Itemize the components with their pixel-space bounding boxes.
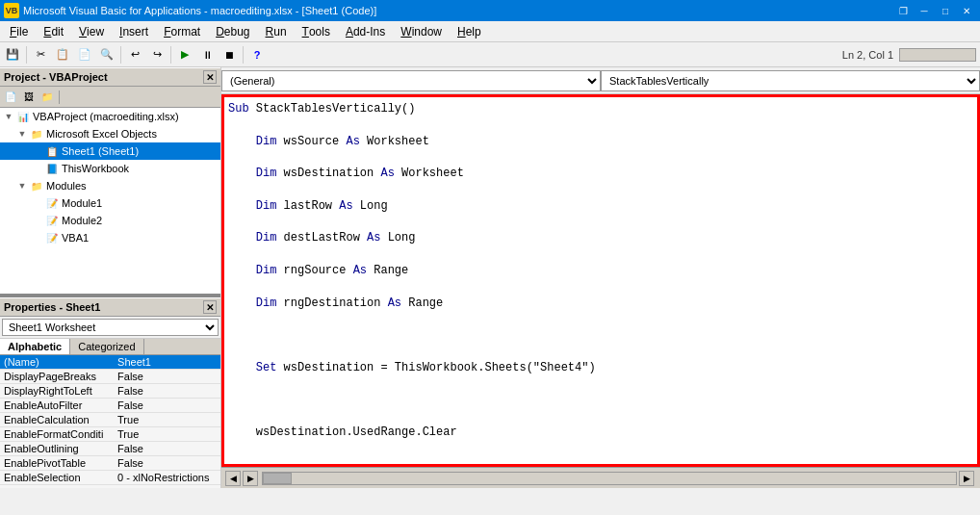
tree-item-modules[interactable]: ▼ 📁 Modules [0, 177, 220, 194]
minimize-button[interactable]: ─ [915, 2, 934, 19]
prop-value: False [114, 370, 220, 384]
menu-item-format[interactable]: Format [156, 21, 208, 41]
prop-name: DisplayPageBreaks [0, 370, 114, 384]
proj-tb-sep [59, 90, 60, 104]
props-row[interactable]: DisplayRightToLeftFalse [0, 384, 220, 399]
project-view-code[interactable]: 📄 [2, 89, 19, 106]
toggle-modules[interactable]: ▼ [15, 179, 29, 193]
tree-item-module1[interactable]: 📝 Module1 [0, 194, 220, 212]
props-row[interactable]: EnableOutliningFalse [0, 442, 220, 456]
tb-cut-button[interactable]: ✂ [30, 44, 51, 65]
tree-item-thisworkbook[interactable]: 📘 ThisWorkbook [0, 160, 220, 177]
scroll-right-button[interactable]: ▶ [243, 471, 258, 486]
prop-name: EnableAutoFilter [0, 399, 114, 413]
scroll-end-button[interactable]: ▶ [959, 471, 974, 486]
tb-undo-button[interactable]: ↩ [124, 44, 145, 65]
menu-item-tools[interactable]: Tools [295, 21, 338, 41]
props-row[interactable]: EnableAutoFilterFalse [0, 399, 220, 413]
tb-help-button[interactable]: ? [246, 44, 268, 65]
tree-item-excel-objects[interactable]: ▼ 📁 Microsoft Excel Objects [0, 125, 220, 142]
restore-button[interactable]: ❐ [893, 2, 913, 19]
props-row[interactable]: (Name)Sheet1 [0, 355, 220, 370]
menu-item-help[interactable]: Help [450, 21, 489, 41]
menu-item-add-ins[interactable]: Add-Ins [338, 21, 393, 41]
properties-title: Properties - Sheet1 [4, 301, 100, 313]
tab-categorized[interactable]: Categorized [70, 339, 143, 354]
menu-item-debug[interactable]: Debug [208, 21, 257, 41]
project-toolbar: 📄 🖼 📁 [0, 87, 220, 108]
tb-redo-button[interactable]: ↪ [146, 44, 168, 65]
tb-save-button[interactable]: 💾 [2, 44, 23, 65]
project-view-object[interactable]: 🖼 [20, 89, 38, 106]
tb-paste-button[interactable]: 📄 [74, 44, 95, 65]
properties-close-button[interactable]: ✕ [203, 300, 217, 314]
props-row[interactable]: EnableFormatConditiTrue [0, 427, 220, 442]
right-panel: (General) StackTablesVertically Sub Stac… [221, 67, 980, 488]
menu-item-run[interactable]: Run [258, 21, 295, 41]
prop-value: 0 - xlNoRestrictions [114, 471, 220, 485]
tree-label-excel-objects: Microsoft Excel Objects [46, 128, 157, 140]
proc-dropdown[interactable]: StackTablesVertically [601, 70, 980, 91]
toolbar: 💾 ✂ 📋 📄 🔍 ↩ ↪ ▶ ⏸ ⏹ ? Ln 2, Col 1 [0, 42, 980, 67]
maximize-button[interactable]: □ [936, 2, 955, 19]
menu-bar: FileEditViewInsertFormatDebugRunToolsAdd… [0, 21, 980, 42]
toolbar-scrollbar[interactable] [899, 48, 976, 62]
properties-panel-header: Properties - Sheet1 ✕ [0, 297, 220, 317]
project-close-button[interactable]: ✕ [203, 70, 217, 84]
props-row[interactable]: EnablePivotTableFalse [0, 456, 220, 471]
tree-item-sheet1[interactable]: 📋 Sheet1 (Sheet1) [0, 142, 220, 160]
module1-icon: 📝 [44, 195, 60, 211]
props-row[interactable]: DisplayPageBreaksFalse [0, 370, 220, 384]
tree-item-vbaproject[interactable]: ▼ 📊 VBAProject (macroediting.xlsx) [0, 108, 220, 125]
app-icon: VB [4, 3, 19, 18]
horizontal-scrollbar[interactable] [262, 472, 957, 485]
props-grid: (Name)Sheet1DisplayPageBreaksFalseDispla… [0, 355, 220, 485]
toggle-thisworkbook [31, 162, 44, 175]
prop-name: (Name) [0, 355, 114, 370]
tb-break-button[interactable]: ⏸ [196, 44, 218, 65]
toggle-vba1 [31, 231, 44, 245]
prop-name: EnableSelection [0, 471, 114, 485]
properties-object-dropdown[interactable]: Sheet1 Worksheet [2, 319, 219, 336]
menu-item-insert[interactable]: Insert [112, 21, 156, 41]
prop-name: EnableOutlining [0, 442, 114, 456]
tb-separator-3 [170, 46, 171, 64]
tree-item-module2[interactable]: 📝 Module2 [0, 212, 220, 229]
props-row[interactable]: EnableSelection0 - xlNoRestrictions [0, 471, 220, 485]
tree-label-module2: Module2 [62, 215, 102, 226]
tab-alphabetic[interactable]: Alphabetic [0, 339, 70, 354]
toolbar-right: Ln 2, Col 1 [837, 48, 978, 62]
toggle-vbaproject[interactable]: ▼ [2, 110, 15, 123]
tb-copy-button[interactable]: 📋 [52, 44, 73, 65]
tb-find-button[interactable]: 🔍 [96, 44, 117, 65]
general-dropdown[interactable]: (General) [221, 70, 601, 91]
menu-item-window[interactable]: Window [393, 21, 450, 41]
tb-reset-button[interactable]: ⏹ [219, 44, 240, 65]
main-layout: Project - VBAProject ✕ 📄 🖼 📁 ▼ 📊 VBAProj… [0, 67, 980, 488]
tb-separator-4 [243, 46, 244, 64]
combo-bar: (General) StackTablesVertically [221, 67, 980, 94]
title-bar: VB Microsoft Visual Basic for Applicatio… [0, 0, 980, 21]
properties-panel: Properties - Sheet1 ✕ Sheet1 Worksheet A… [0, 296, 220, 488]
title-bar-text: Microsoft Visual Basic for Applications … [23, 5, 376, 16]
project-toggle-folders[interactable]: 📁 [39, 89, 56, 106]
menu-item-edit[interactable]: Edit [36, 21, 71, 41]
scrollbar-thumb[interactable] [263, 473, 292, 484]
prop-value: Sheet1 [114, 355, 220, 370]
left-panel: Project - VBAProject ✕ 📄 🖼 📁 ▼ 📊 VBAProj… [0, 67, 221, 488]
tb-run-button[interactable]: ▶ [174, 44, 195, 65]
scroll-left-button[interactable]: ◀ [225, 471, 241, 486]
code-scroll[interactable]: Sub StackTablesVertically() Dim wsSource… [224, 97, 977, 464]
menu-item-view[interactable]: View [71, 21, 112, 41]
tree-item-vba1[interactable]: 📝 VBA1 [0, 229, 220, 246]
menu-item-file[interactable]: File [2, 21, 36, 41]
tb-separator-2 [120, 46, 121, 64]
prop-name: DisplayRightToLeft [0, 384, 114, 399]
toggle-excel-objects[interactable]: ▼ [15, 127, 29, 141]
project-tree-scroll[interactable]: ▼ 📊 VBAProject (macroediting.xlsx) ▼ 📁 M… [0, 108, 220, 294]
code-content[interactable]: Sub StackTablesVertically() Dim wsSource… [224, 97, 977, 464]
tb-separator-1 [26, 46, 27, 64]
close-button[interactable]: ✕ [957, 2, 976, 19]
toggle-module1 [31, 196, 44, 210]
props-row[interactable]: EnableCalculationTrue [0, 413, 220, 427]
